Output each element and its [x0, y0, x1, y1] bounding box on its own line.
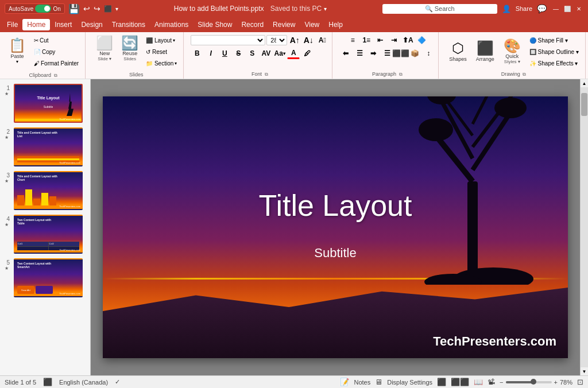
menu-transitions[interactable]: Transitions	[107, 19, 150, 30]
paste-button[interactable]: 📋 Paste ▾	[5, 33, 30, 69]
menu-home[interactable]: Home	[22, 19, 50, 30]
text-direction-button[interactable]: ⬆A	[401, 34, 414, 46]
increase-indent-button[interactable]: ⇥	[388, 34, 400, 46]
menu-slideshow[interactable]: Slide Show	[193, 19, 237, 30]
menu-help[interactable]: Help	[324, 19, 347, 30]
layout-button[interactable]: ⬛ Layout ▾	[143, 36, 180, 45]
format-painter-button[interactable]: 🖌 Format Painter	[31, 59, 82, 68]
align-right-button[interactable]: ➡	[367, 48, 380, 59]
slide-thumbnail-3[interactable]: Title and Content Layout with Chart Tech…	[14, 171, 83, 210]
reading-view-icon[interactable]: 📖	[474, 378, 483, 386]
convert-smartart-button[interactable]: 🔷	[415, 34, 428, 46]
fit-screen-icon[interactable]: ⊡	[577, 378, 583, 386]
shape-effects-button[interactable]: ✨ Shape Effects ▾	[527, 59, 582, 68]
shapes-button[interactable]: ⬡ Shapes	[446, 38, 470, 64]
scroll-track[interactable]	[581, 87, 588, 367]
menu-review[interactable]: Review	[268, 19, 300, 30]
decrease-indent-button[interactable]: ⇤	[374, 34, 386, 46]
slide-thumbnail-4[interactable]: Two Content Layout with Table Col1 Col2 …	[14, 215, 83, 254]
italic-button[interactable]: I	[204, 48, 217, 59]
cut-button[interactable]: ✂ Cut	[31, 36, 82, 45]
autosave-toggle[interactable]	[35, 5, 51, 13]
menu-insert[interactable]: Insert	[50, 19, 76, 30]
title-search-bar[interactable]: 🔍 Search	[382, 4, 497, 14]
font-size-select[interactable]: 28	[266, 35, 287, 45]
notes-label[interactable]: Notes	[354, 379, 370, 386]
bold-button[interactable]: B	[191, 48, 203, 59]
decrease-font-button[interactable]: A↓	[302, 34, 315, 46]
numbering-button[interactable]: 1≡	[360, 34, 373, 46]
bullets-button[interactable]: ≡	[346, 34, 359, 46]
align-left-button[interactable]: ⬅	[339, 48, 352, 59]
zoom-out-icon[interactable]: −	[500, 379, 503, 386]
slide-thumbnail-2[interactable]: Title and Content Layout with List TechP…	[14, 127, 83, 166]
justify-button[interactable]: ☰	[381, 48, 393, 59]
slide-item-2[interactable]: 2 ★ Title and Content Layout with List T…	[2, 127, 88, 166]
save-icon[interactable]: 💾	[68, 3, 80, 14]
arrange-button[interactable]: ⬛ Arrange	[473, 38, 498, 64]
increase-font-button[interactable]: A↑	[288, 34, 301, 46]
clear-format-button[interactable]: A⃝	[316, 34, 328, 46]
align-center-button[interactable]: ☰	[353, 48, 366, 59]
notes-button[interactable]: 📝	[340, 378, 349, 386]
menu-animations[interactable]: Animations	[150, 19, 193, 30]
line-spacing-button[interactable]: ↕	[422, 48, 435, 59]
shape-outline-button[interactable]: 🔲 Shape Outline ▾	[527, 48, 582, 56]
quick-styles-button[interactable]: 🎨 Quick Styles ▾	[500, 36, 524, 67]
new-slide-button[interactable]: ⬜ New Slide ▾	[92, 33, 117, 64]
font-color-button[interactable]: A	[287, 48, 300, 59]
zoom-slider-thumb[interactable]	[531, 379, 536, 385]
notes-layout-icon[interactable]: ⬛	[43, 378, 52, 386]
scroll-thumb[interactable]	[581, 93, 587, 116]
display-settings-label[interactable]: Display Settings	[387, 379, 432, 386]
paragraph-expand[interactable]: ⧉	[399, 72, 403, 77]
char-spacing-button[interactable]: AV	[260, 48, 272, 59]
slide-item-1[interactable]: 1 ★ Title Layout Subtitle TechPresenters…	[2, 84, 88, 123]
columns-button[interactable]: ⬛⬛	[394, 48, 407, 59]
share-icon[interactable]: 👤	[502, 5, 511, 13]
scroll-down-arrow[interactable]: ▼	[581, 367, 588, 375]
share-label[interactable]: Share	[516, 5, 532, 12]
menu-file[interactable]: File	[2, 19, 22, 30]
strikethrough-button[interactable]: S	[232, 48, 245, 59]
menu-record[interactable]: Record	[237, 19, 268, 30]
slide-item-4[interactable]: 4 ★ Two Content Layout with Table Col1 C…	[2, 215, 88, 254]
redo-icon[interactable]: ↪	[94, 4, 100, 13]
right-scrollbar[interactable]: ▲ ▼	[580, 79, 588, 375]
highlight-button[interactable]: 🖊	[301, 48, 314, 59]
zoom-in-icon[interactable]: +	[554, 379, 558, 386]
comments-icon[interactable]: 💬	[537, 4, 547, 13]
reuse-slides-button[interactable]: 🔄 Reuse Slides	[118, 33, 142, 64]
undo-icon[interactable]: ↩	[83, 4, 90, 13]
saved-chevron[interactable]: ▾	[324, 6, 327, 12]
clipboard-expand[interactable]: ⧉	[54, 73, 57, 78]
normal-view-icon[interactable]: ⬛	[437, 378, 446, 386]
menu-view[interactable]: View	[300, 19, 324, 30]
zoom-level[interactable]: 78%	[560, 379, 572, 386]
slide-thumbnail-1[interactable]: Title Layout Subtitle TechPresenters.com	[14, 84, 83, 123]
menu-design[interactable]: Design	[76, 19, 107, 30]
underline-button[interactable]: U	[218, 48, 231, 59]
presenter-view-icon[interactable]: 📽	[488, 378, 495, 386]
section-button[interactable]: 📁 Section ▾	[143, 59, 180, 68]
change-case-button[interactable]: Aa▾	[273, 48, 286, 59]
minimize-button[interactable]: —	[551, 4, 560, 13]
close-button[interactable]: ✕	[574, 4, 583, 13]
font-family-select[interactable]	[191, 35, 265, 45]
text-box-button[interactable]: 📦	[408, 48, 421, 59]
quick-access-icon[interactable]: ⬛	[104, 5, 112, 13]
shape-fill-button[interactable]: 🔵 Shape Fill ▾	[527, 36, 582, 45]
slide-thumbnail-5[interactable]: Two Content Layout with SmartArt SmartAr…	[14, 258, 83, 297]
slide-canvas[interactable]: Title Layout Subtitle TechPresenters.com	[103, 96, 568, 358]
slide-item-3[interactable]: 3 ★ Title and Content Layout with Chart …	[2, 171, 88, 210]
font-expand[interactable]: ⧉	[265, 72, 268, 77]
zoom-slider[interactable]	[506, 381, 552, 383]
autosave-badge[interactable]: AutoSave On	[5, 3, 65, 14]
copy-button[interactable]: 📄 Copy	[31, 48, 82, 56]
display-settings-icon[interactable]: 🖥	[375, 378, 382, 386]
drawing-expand[interactable]: ⧉	[523, 72, 526, 77]
scroll-up-arrow[interactable]: ▲	[581, 79, 588, 87]
maximize-button[interactable]: ⬜	[563, 4, 572, 13]
slide-item-5[interactable]: 5 ★ Two Content Layout with SmartArt Sma…	[2, 258, 88, 297]
shadow-button[interactable]: S	[246, 48, 258, 59]
